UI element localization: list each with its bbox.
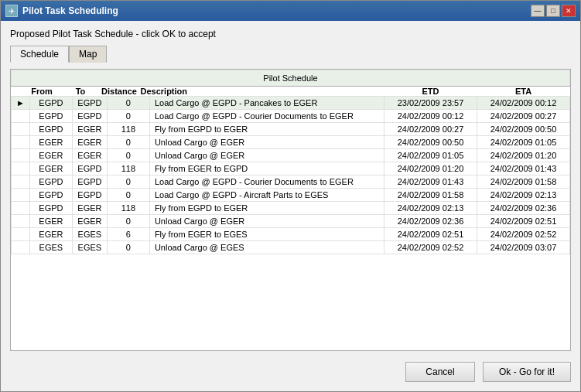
window-title: Pilot Task Scheduling (22, 5, 118, 16)
title-bar: ✈ Pilot Task Scheduling — □ ✕ (1, 1, 580, 21)
tab-schedule[interactable]: Schedule (10, 46, 69, 63)
ok-button[interactable]: Ok - Go for it! (483, 362, 571, 382)
window-icon: ✈ (5, 5, 18, 17)
col-eta-header: ETA (477, 87, 570, 97)
col-etd-header: ETD (384, 87, 477, 97)
col-from-header: From (21, 87, 63, 97)
table-title: Pilot Schedule (12, 70, 570, 87)
close-button[interactable]: ✕ (562, 5, 576, 17)
title-bar-left: ✈ Pilot Task Scheduling (5, 5, 118, 17)
minimize-button[interactable]: — (531, 5, 545, 17)
footer: Cancel Ok - Go for it! (10, 357, 571, 383)
col-desc-header: Description (141, 87, 384, 97)
main-window: ✈ Pilot Task Scheduling — □ ✕ Proposed P… (0, 0, 581, 392)
table-row: EGEREGER0Unload Cargo @ EGER24/02/2009 0… (12, 149, 570, 162)
cancel-button[interactable]: Cancel (405, 362, 475, 382)
table-row: EGEREGER0Unload Cargo @ EGER24/02/2009 0… (12, 215, 570, 228)
table-row: EGEREGES6Fly from EGER to EGES24/02/2009… (12, 228, 570, 241)
proposal-text: Proposed Pilot Task Schedule - click OK … (10, 29, 571, 39)
maximize-button[interactable]: □ (546, 5, 560, 17)
table-row: EGEREGER0Unload Cargo @ EGER24/02/2009 0… (12, 136, 570, 149)
schedule-table-container: Pilot Schedule From To Distance Descript… (10, 69, 571, 351)
table-header-row: From To Distance Description ETD ETA (12, 87, 570, 97)
table-row: EGESEGES0Unload Cargo @ EGES24/02/2009 0… (12, 241, 570, 254)
table-row: EGPDEGPD0Load Cargo @ EGPD - Courier Doc… (12, 176, 570, 189)
table-title-row: Pilot Schedule (12, 70, 570, 87)
window-body: Proposed Pilot Task Schedule - click OK … (1, 21, 580, 391)
table-row: EGEREGPD118Fly from EGER to EGPD24/02/20… (12, 162, 570, 176)
table-row: EGPDEGPD0Load Cargo @ EGPD - Aircraft Pa… (12, 189, 570, 202)
table-row: EGPDEGER118Fly from EGPD to EGER24/02/20… (12, 202, 570, 215)
table-rows-container: ►EGPDEGPD0Load Cargo @ EGPD - Pancakes t… (11, 96, 570, 254)
table-row: EGPDEGPD0Load Cargo @ EGPD - Courier Doc… (12, 110, 570, 123)
tab-map[interactable]: Map (69, 46, 107, 63)
table-row: ►EGPDEGPD0Load Cargo @ EGPD - Pancakes t… (12, 97, 570, 110)
title-bar-controls: — □ ✕ (531, 5, 576, 17)
col-indicator-header (12, 87, 21, 97)
col-dist-header: Distance (98, 87, 141, 97)
pilot-data-table: ►EGPDEGPD0Load Cargo @ EGPD - Pancakes t… (11, 96, 570, 254)
pilot-schedule-table: Pilot Schedule From To Distance Descript… (11, 70, 570, 96)
col-to-header: To (63, 87, 98, 97)
table-row: EGPDEGER118Fly from EGPD to EGER24/02/20… (12, 123, 570, 136)
tabs-container: Schedule Map (10, 46, 571, 63)
